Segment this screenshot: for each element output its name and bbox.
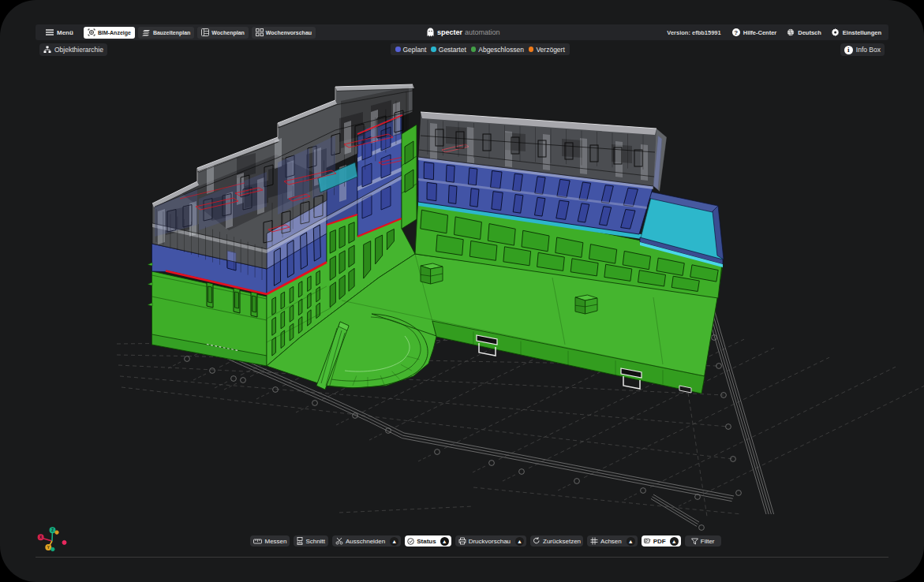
- svg-text:Z: Z: [51, 528, 54, 532]
